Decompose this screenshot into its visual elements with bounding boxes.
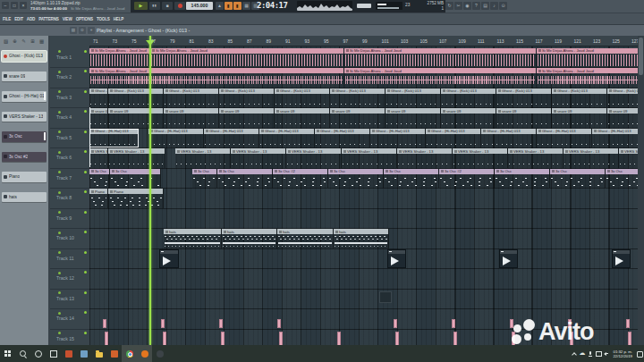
clip-ghost-hi-hat-013[interactable]: Ghost - (Hi-Hat) 013	[259, 129, 315, 148]
action-center-icon[interactable]	[636, 350, 642, 357]
menu-view[interactable]: VIEW	[63, 17, 72, 21]
clip-ghost-hi-hat-013[interactable]: Ghost - (Hi-Hat) 013	[592, 129, 638, 148]
track-header-12[interactable]: Track 12	[50, 269, 89, 290]
track-header-8[interactable]: Track 8	[50, 189, 89, 209]
clip-3x-osc[interactable]: 3x Osc	[328, 169, 384, 189]
track-led[interactable]	[58, 71, 61, 73]
track-arm-dot[interactable]	[84, 271, 87, 274]
clip-ghost-kick-013[interactable]: Ghost - (Kick) 013	[89, 88, 108, 108]
clip-3x-osc[interactable]: 3x Osc	[217, 169, 273, 189]
mic-record-icon[interactable]: ◉	[463, 2, 471, 10]
picker-item-6[interactable]: Piano	[2, 172, 47, 182]
track-header-7[interactable]: Track 7	[50, 169, 89, 189]
clip-snare-09[interactable]: snare 09	[275, 108, 330, 128]
clip-ghost-kick-013[interactable]: Ghost - (Kick) 013	[330, 88, 386, 108]
menu-tools[interactable]: TOOLS	[97, 17, 110, 21]
clip-snare-09[interactable]: snare 09	[219, 108, 275, 128]
taskbar-clock[interactable]: 01:32 p. m. 22/12/2019	[613, 349, 632, 358]
playlist-lane-13[interactable]	[89, 290, 638, 310]
playlist-lane-2[interactable]: Si Me Dejas Ahora - Joud JoudSi Me Dejas…	[89, 68, 638, 88]
clip-3x-osc[interactable]: 3x Osc	[606, 169, 638, 189]
clip-ghost-kick-013[interactable]: Ghost - (Kick) 013	[386, 88, 441, 108]
clip-si-me-dejas-ahora-joud-joud[interactable]: Si Me Dejas Ahora - Joud Joud	[89, 48, 150, 68]
track-led[interactable]	[58, 291, 61, 294]
clip-3x-osc[interactable]: 3x Osc	[550, 169, 606, 189]
picker-item-2[interactable]: Ghost - (Hi-Hat) 01	[2, 91, 47, 102]
track-header-13[interactable]: Track 13	[50, 290, 89, 310]
vertical-scrollbar[interactable]	[638, 36, 644, 345]
clip-ghost-hi-hat-013[interactable]: Ghost - (Hi-Hat) 013	[537, 129, 592, 148]
clip-si-me-dejas-ahora-joud-joud[interactable]: Si Me Dejas Ahora - Joud Joud	[89, 68, 344, 88]
track-arm-dot[interactable]	[84, 130, 87, 133]
clip-ghost-kick-013[interactable]: Ghost - (Kick) 013	[108, 88, 164, 108]
playlist-lane-4[interactable]: snare 09snare 09snare 09snare 09snare 09…	[89, 108, 638, 129]
cortana-icon[interactable]	[30, 345, 46, 362]
clip-si-me-dejas-ahora-joud-joud[interactable]: Si Me Dejas Ahora - Joud Joud	[150, 48, 344, 68]
picker-item-5[interactable]: 3x Osc #2	[2, 152, 47, 163]
track-led[interactable]	[58, 151, 61, 154]
track-arm-dot[interactable]	[84, 190, 87, 193]
picker-item-1[interactable]: snare 09	[2, 72, 47, 82]
clip-pkt[interactable]	[337, 332, 341, 346]
clip-vers-shaker-13[interactable]: VERS Shaker - 13	[397, 148, 453, 168]
save-icon[interactable]: ▤	[481, 2, 489, 10]
clip-vers-shaker-13[interactable]: VERS Shaker - 13	[342, 148, 397, 168]
clip-snare-09[interactable]: snare 09	[441, 108, 496, 128]
playlist-lane-9[interactable]	[89, 209, 638, 230]
clip-tri[interactable]	[159, 249, 179, 269]
track-arm-dot[interactable]	[84, 332, 87, 334]
track-header-11[interactable]: Track 11	[50, 249, 89, 270]
oscilloscope[interactable]	[297, 1, 352, 11]
maximize-button[interactable]: □	[11, 2, 18, 9]
track-led[interactable]	[58, 130, 61, 133]
clip-hats[interactable]: hats	[277, 229, 334, 248]
menu-add[interactable]: ADD	[27, 17, 35, 21]
clip-3x-osc[interactable]: 3x Osc	[192, 169, 217, 189]
track-header-1[interactable]: Track 1	[50, 48, 89, 69]
menu-options[interactable]: OPTIONS	[76, 17, 93, 21]
stop-button[interactable]: ■	[162, 2, 173, 10]
clip-ghost-hi-hat-013[interactable]: Ghost - (Hi-Hat) 013	[426, 129, 481, 148]
clip-pkt[interactable]	[453, 332, 457, 346]
view-icon[interactable]: ▦	[38, 38, 45, 45]
clip-3x-osc[interactable]: 3x Osc	[110, 169, 161, 189]
pause-button[interactable]: ▮▮	[149, 2, 160, 10]
playlist-lane-8[interactable]: PianoPiano	[89, 189, 638, 209]
clip-ghost-kick-013[interactable]: Ghost - (Kick) 013	[552, 88, 607, 108]
clip-snare-09[interactable]: snare 09	[330, 108, 386, 128]
track-arm-dot[interactable]	[84, 291, 87, 294]
clip-vers-shaker-13[interactable]: VERS Shaker - 13	[619, 148, 638, 168]
clip-hats[interactable]: hats	[164, 229, 222, 248]
track-arm-dot[interactable]	[84, 231, 87, 233]
grid-icon[interactable]: ⊞	[30, 38, 36, 45]
track-led[interactable]	[58, 332, 61, 334]
clip-piano[interactable]: Piano	[108, 189, 164, 208]
picker-item-7[interactable]: hats	[2, 192, 47, 203]
clip-snare-09[interactable]: snare 09	[108, 108, 164, 128]
fl-studio-icon[interactable]	[137, 345, 152, 362]
clip-pk[interactable]	[161, 319, 165, 328]
clip-si-me-dejas-ahora-joud-joud[interactable]: Si Me Dejas Ahora - Joud Joud	[537, 68, 638, 88]
clip-3x-osc-2[interactable]: 3x Osc #2	[273, 169, 328, 189]
clip-3x-osc[interactable]: 3x Osc	[384, 169, 439, 189]
add-pattern-icon[interactable]: ⊕	[12, 38, 18, 45]
menu-help[interactable]: HELP	[114, 17, 123, 21]
clip-vers-shaker-13[interactable]: VERS Shaker - 13	[508, 148, 564, 168]
track-header-10[interactable]: Track 10	[50, 229, 89, 249]
clip-pkt[interactable]	[221, 332, 225, 346]
clip-pkt[interactable]	[163, 332, 166, 346]
record-button[interactable]	[174, 2, 185, 10]
play-button[interactable]: ▶	[134, 2, 148, 10]
playlist-lane-12[interactable]	[89, 269, 638, 290]
track-led[interactable]	[58, 90, 61, 93]
timeline-ruler[interactable]: 7173757779818385878991939597991011031051…	[89, 36, 638, 46]
clip-si-me-dejas-ahora-joud-joud[interactable]: Si Me Dejas Ahora - Joud Joud	[537, 48, 638, 68]
track-header-2[interactable]: Track 2	[50, 68, 89, 88]
clip-ghost-hi-hat-013[interactable]: Ghost - (Hi-Hat) 013	[204, 129, 259, 148]
clip-snare-09[interactable]: snare 09	[89, 108, 108, 128]
menu-patterns[interactable]: PATTERNS	[38, 17, 58, 21]
tempo-display[interactable]: 145.000	[186, 2, 213, 10]
clip-pk[interactable]	[394, 319, 397, 328]
clip-snare-09[interactable]: snare 09	[552, 108, 607, 128]
track-led[interactable]	[58, 171, 61, 173]
